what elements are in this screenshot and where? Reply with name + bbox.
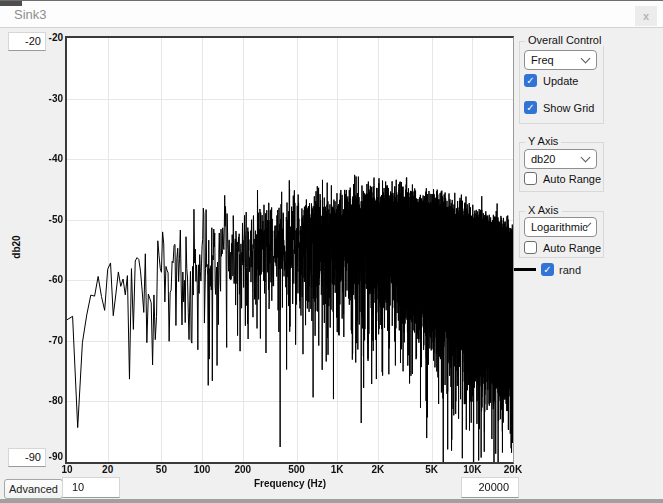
legend: ✓ rand: [514, 263, 581, 276]
x-axis-dropdown-value: Logarithmic: [531, 221, 588, 233]
x-auto-range-row[interactable]: Auto Range: [524, 241, 601, 254]
x-axis-group-title: X Axis: [525, 204, 562, 216]
x-tick-label: 10K: [455, 464, 489, 475]
y-tick-label: -80: [37, 395, 63, 406]
x-auto-range-label: Auto Range: [543, 242, 601, 254]
x-tick-label: 2K: [361, 464, 395, 475]
x-axis-title: Frequency (Hz): [230, 478, 350, 489]
window-title: Sink3: [14, 7, 47, 22]
chevron-down-icon: [581, 153, 591, 163]
close-button[interactable]: x: [635, 6, 657, 26]
x-tick-label: 500: [280, 464, 314, 475]
x-tick-label: 1K: [320, 464, 354, 475]
update-checkbox-row[interactable]: ✓ Update: [524, 74, 578, 87]
y-tick-label: -20: [37, 32, 63, 43]
overall-control-dropdown-value: Freq: [531, 54, 554, 66]
legend-line-sample: [514, 268, 536, 271]
y-axis-dropdown[interactable]: db20: [524, 149, 597, 169]
y-axis-title: db20: [11, 229, 25, 265]
y-auto-range-checkbox[interactable]: [524, 172, 537, 185]
show-grid-checkbox-row[interactable]: ✓ Show Grid: [524, 101, 594, 114]
update-checkbox[interactable]: ✓: [524, 74, 537, 87]
x-axis-dropdown[interactable]: Logarithmic: [524, 217, 597, 237]
x-tick-label: 20: [91, 464, 125, 475]
x-tick-label: 100: [185, 464, 219, 475]
x-max-input[interactable]: 20000: [461, 477, 519, 498]
x-tick-label: 20K: [496, 464, 530, 475]
overall-control-group-title: Overall Control: [525, 34, 604, 46]
y-tick-label: -70: [37, 335, 63, 346]
window-bottom-edge: [0, 499, 663, 503]
y-tick-label: -90: [37, 451, 63, 462]
legend-rand-label: rand: [559, 264, 581, 276]
window-top-edge: [0, 1, 22, 6]
update-checkbox-label: Update: [543, 75, 578, 87]
y-tick-label: -40: [37, 153, 63, 164]
x-tick-label: 5K: [415, 464, 449, 475]
show-grid-checkbox-label: Show Grid: [543, 102, 594, 114]
title-bar: Sink3 x: [0, 0, 663, 28]
overall-control-dropdown[interactable]: Freq: [524, 50, 597, 70]
y-axis-group-title: Y Axis: [525, 135, 561, 147]
y-axis-dropdown-value: db20: [531, 153, 555, 165]
x-tick-label: 10: [50, 464, 84, 475]
sink-window: Sink3 x -20 db20 -90 Advanced -20-30-40-…: [0, 0, 663, 503]
advanced-button[interactable]: Advanced: [4, 479, 63, 499]
y-tick-label: -30: [37, 93, 63, 104]
y-tick-label: -60: [37, 274, 63, 285]
show-grid-checkbox[interactable]: ✓: [524, 101, 537, 114]
x-auto-range-checkbox[interactable]: [524, 241, 537, 254]
x-min-input[interactable]: 10: [62, 477, 120, 498]
x-tick-label: 200: [226, 464, 260, 475]
y-auto-range-row[interactable]: Auto Range: [524, 172, 601, 185]
x-tick-label: 50: [144, 464, 178, 475]
spectrum-plot-canvas: [67, 38, 513, 462]
plot-area: [65, 36, 514, 464]
y-tick-label: -50: [37, 214, 63, 225]
chevron-down-icon: [581, 54, 591, 64]
y-auto-range-label: Auto Range: [543, 173, 601, 185]
legend-rand-checkbox[interactable]: ✓: [541, 263, 554, 276]
